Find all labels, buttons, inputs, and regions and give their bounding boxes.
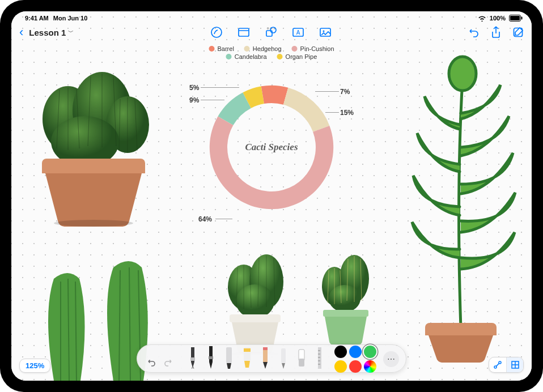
svg-rect-64 [281,348,286,363]
legend-item: Organ Pipe [277,53,317,60]
svg-rect-66 [299,359,304,367]
color-yellow[interactable] [334,360,347,373]
svg-rect-56 [190,357,195,361]
pct-label-5: 5% [189,84,199,92]
legend-item: Pin-Cushion [292,45,334,52]
color-blue[interactable] [349,346,362,358]
legend-item: Hedgehog [244,45,282,52]
svg-point-36 [236,284,274,318]
cactus-small-photo-2[interactable] [306,248,385,350]
shapes-button[interactable] [265,26,277,39]
tool-ruler[interactable] [313,346,326,370]
cactus-small-photo-1[interactable] [213,248,298,355]
draw-tool-button[interactable] [210,26,223,39]
cactus-tall-drawing[interactable] [401,45,520,363]
color-green[interactable] [364,346,376,358]
chart-title: Cacti Species [198,74,345,221]
pct-label-64: 64% [198,215,212,223]
text-box-button[interactable]: A [292,27,304,38]
svg-rect-58 [209,356,213,359]
color-picker[interactable] [364,360,376,373]
svg-text:A: A [192,365,194,369]
svg-point-27 [449,57,476,91]
status-date: Mon Jun 10 [53,15,88,22]
connector-mode-button[interactable] [489,357,506,372]
donut-chart[interactable]: Cacti Species [198,74,345,221]
svg-rect-2 [521,17,523,20]
svg-rect-54 [323,310,368,317]
dock-undo-button[interactable] [144,355,159,370]
color-black[interactable] [334,346,347,358]
tool-highlighter[interactable] [241,346,253,370]
compose-button[interactable] [512,27,524,38]
grid-mode-button[interactable] [506,357,523,372]
share-button[interactable] [491,26,501,39]
legend-item: Candelabra [226,53,267,60]
zoom-level-button[interactable]: 125% [19,359,50,373]
svg-point-3 [211,27,222,37]
pct-label-7: 7% [340,88,350,96]
dock-redo-button[interactable] [161,355,176,370]
svg-point-26 [54,220,133,227]
svg-rect-59 [226,347,232,363]
undo-button[interactable] [467,27,480,38]
battery-percent: 100% [490,15,506,22]
cactus-barrel-photo[interactable] [28,51,159,227]
tool-pencil[interactable] [259,346,272,370]
view-toggle [489,357,524,373]
status-time: 9:41 AM [25,15,49,22]
svg-text:A: A [296,29,300,36]
svg-rect-61 [244,348,251,352]
chevron-down-icon: ﹀ [68,28,74,36]
document-title-menu[interactable]: Lesson 1 ﹀ [29,28,74,37]
drawing-tool-dock: A ⋯ [137,344,406,373]
tool-crayon[interactable] [277,346,290,370]
legend-item: Barrel [209,45,234,52]
pct-label-15: 15% [340,109,354,117]
color-palette [334,346,376,373]
svg-point-47 [329,285,360,312]
tool-eraser[interactable] [295,346,308,370]
app-toolbar: ‹ Lesson 1 ﹀ A [11,23,532,42]
svg-point-7 [270,27,276,33]
pct-label-9: 9% [189,96,199,104]
tool-pen-text[interactable]: A [186,346,199,370]
status-bar: 9:41 AM Mon Jun 10 100% [11,11,532,23]
color-red[interactable] [349,360,362,373]
chart-legend: Barrel Hedgehog Pin-Cushion Candelabra O… [209,45,334,61]
svg-rect-1 [510,16,520,20]
wifi-icon [478,15,486,22]
tool-pen-fine[interactable] [205,346,217,370]
tool-marker[interactable] [223,346,235,370]
svg-rect-63 [263,347,268,350]
svg-line-75 [496,363,499,366]
dock-more-button[interactable]: ⋯ [383,351,399,367]
svg-rect-43 [230,314,281,322]
media-button[interactable] [319,27,333,38]
back-button[interactable]: ‹ [19,26,23,39]
svg-rect-4 [239,28,249,36]
document-title: Lesson 1 [29,28,66,37]
svg-point-11 [323,31,325,32]
battery-icon [509,15,523,22]
sticky-note-button[interactable] [237,27,250,38]
